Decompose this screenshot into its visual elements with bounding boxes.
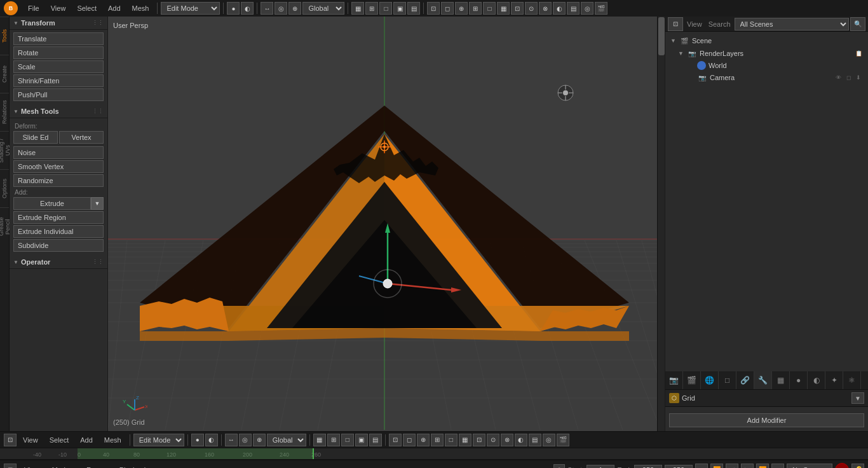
btm-icon18[interactable]: ⊙ xyxy=(487,434,499,446)
right-icon-view[interactable]: ⊡ xyxy=(668,17,683,31)
menu-mesh[interactable]: Mesh xyxy=(127,3,154,13)
skip-start-btn[interactable]: ⏮ xyxy=(695,464,708,469)
btm-toolbar-icon1[interactable]: ⊡ xyxy=(4,434,17,446)
tab-grease-pencil[interactable]: Grease Pencil xyxy=(0,207,9,245)
icon-btn11[interactable]: ▦ xyxy=(497,2,510,15)
object-selector-action[interactable]: ▼ xyxy=(851,392,864,404)
transform-options[interactable]: ⋮⋮ xyxy=(92,20,104,26)
icon-btn2[interactable]: ⊞ xyxy=(365,2,378,15)
tab-data[interactable]: ▦ xyxy=(772,371,790,389)
btm-icon6[interactable]: ▦ xyxy=(313,434,326,446)
menu-add[interactable]: Add xyxy=(103,3,126,13)
tab-shading-uvs[interactable]: Shading / UVs xyxy=(0,131,9,169)
randomize-btn[interactable]: Randomize xyxy=(13,174,104,187)
icon-btn8[interactable]: ⊕ xyxy=(455,2,468,15)
wire-view-btn[interactable]: ◐ xyxy=(241,2,254,15)
renderlayers-expand-icon[interactable]: ▼ xyxy=(678,50,684,57)
icon-btn10[interactable]: □ xyxy=(483,2,496,15)
tab-physics[interactable]: ⚛ xyxy=(843,371,861,389)
all-scenes-select[interactable]: All Scenes xyxy=(735,18,849,31)
btm-icon22[interactable]: ◎ xyxy=(543,434,555,446)
icon-btn14[interactable]: ⊗ xyxy=(539,2,552,15)
icon-btn7[interactable]: ◻ xyxy=(441,2,454,15)
pivot-btn[interactable]: ◎ xyxy=(275,2,287,15)
btm-mesh-menu[interactable]: Mesh xyxy=(99,435,126,445)
btm-icon19[interactable]: ⊗ xyxy=(501,434,513,446)
btm-icon20[interactable]: ◐ xyxy=(515,434,527,446)
icon-btn1[interactable]: ▦ xyxy=(351,2,364,15)
tab-relations[interactable]: Relations xyxy=(0,93,9,131)
btm-global-select[interactable]: Global xyxy=(267,434,306,446)
sync-select[interactable]: No Sync xyxy=(787,464,832,469)
snap-btn[interactable]: ⊕ xyxy=(288,2,301,15)
btm-icon2[interactable]: ◐ xyxy=(205,434,218,446)
shrink-fatten-btn[interactable]: Shrink/Fatten xyxy=(13,74,104,87)
menu-view[interactable]: View xyxy=(46,3,71,13)
btm-icon15[interactable]: □ xyxy=(445,434,458,446)
step-forward-btn[interactable]: ⏩ xyxy=(756,464,769,469)
push-pull-btn[interactable]: Push/Pull xyxy=(13,88,104,101)
icon-btn16[interactable]: ▤ xyxy=(567,2,580,15)
tab-texture[interactable]: ◐ xyxy=(808,371,825,389)
viewport-scrollbar[interactable] xyxy=(657,17,665,431)
tab-scene[interactable]: 🎬 xyxy=(683,371,701,389)
btm-icon13[interactable]: ⊕ xyxy=(417,434,430,446)
btm-icon23[interactable]: 🎬 xyxy=(557,434,569,446)
reverse-play-btn[interactable]: ◀ xyxy=(726,464,738,469)
btm-icon10[interactable]: ▤ xyxy=(369,434,382,446)
tab-render[interactable]: 📷 xyxy=(665,371,683,389)
icon-btn15[interactable]: ◐ xyxy=(553,2,566,15)
btm-icon9[interactable]: ▣ xyxy=(355,434,368,446)
timeline-frame-menu[interactable]: Frame xyxy=(81,465,112,469)
btm-icon21[interactable]: ▤ xyxy=(529,434,541,446)
icon-btn17[interactable]: ◎ xyxy=(581,2,593,15)
icon-btn3[interactable]: □ xyxy=(379,2,392,15)
viewport[interactable]: User Persp xyxy=(108,17,665,431)
menu-select[interactable]: Select xyxy=(72,3,102,13)
transform-btn[interactable]: ↔ xyxy=(261,2,273,15)
mode-select[interactable]: Edit Mode Object Mode xyxy=(161,2,220,15)
operator-section-header[interactable]: ▼ Operator ⋮⋮ xyxy=(10,256,107,269)
transform-orientation[interactable]: Global Local Normal xyxy=(302,2,344,15)
mesh-tools-section-header[interactable]: ▼ Mesh Tools ⋮⋮ xyxy=(10,105,107,118)
btm-select-menu[interactable]: Select xyxy=(44,435,74,445)
timeline-view-icon[interactable]: ⊡ xyxy=(4,464,17,469)
extrude-individual-btn[interactable]: Extrude Individual xyxy=(13,225,104,238)
record-btn[interactable] xyxy=(835,463,849,469)
btm-icon11[interactable]: ⊡ xyxy=(389,434,402,446)
scale-btn[interactable]: Scale xyxy=(13,60,104,73)
timeline-playback-menu[interactable]: Playback xyxy=(114,465,153,469)
btm-add-menu[interactable]: Add xyxy=(75,435,98,445)
operator-options[interactable]: ⋮⋮ xyxy=(92,259,104,265)
tree-item-scene[interactable]: ▼ 🎬 Scene xyxy=(668,34,865,47)
vertex-btn[interactable]: Vertex xyxy=(59,131,104,144)
btm-icon7[interactable]: ⊞ xyxy=(327,434,340,446)
tab-create[interactable]: Create xyxy=(0,55,9,93)
skip-end-btn[interactable]: ⏭ xyxy=(771,464,784,469)
smooth-vertex-btn[interactable]: Smooth Vertex xyxy=(13,160,104,173)
rotate-btn[interactable]: Rotate xyxy=(13,46,104,59)
slide-edge-btn[interactable]: Slide Ed xyxy=(13,131,58,144)
tab-particles[interactable]: ✦ xyxy=(825,371,843,389)
tab-tools[interactable]: Tools xyxy=(0,17,9,55)
tree-item-renderlayers[interactable]: ▼ 📷 RenderLayers 📋 xyxy=(668,47,865,60)
timeline-view-menu[interactable]: View xyxy=(19,465,44,469)
viewport-scrollbar-thumb[interactable] xyxy=(658,17,665,55)
timeline-marker-menu[interactable]: Marker xyxy=(47,465,79,469)
icon-btn6[interactable]: ⊡ xyxy=(427,2,440,15)
translate-btn[interactable]: Translate xyxy=(13,32,104,45)
icon-btn5[interactable]: ▤ xyxy=(407,2,420,15)
subdivide-btn[interactable]: Subdivide xyxy=(13,239,104,252)
extrude-dropdown-btn[interactable]: ▼ xyxy=(91,197,104,210)
btm-icon4[interactable]: ◎ xyxy=(239,434,252,446)
scene-expand-icon[interactable]: ▼ xyxy=(670,38,677,44)
icon-btn4[interactable]: ▣ xyxy=(393,2,406,15)
camera-restrict-btn[interactable]: ◻ xyxy=(844,73,853,82)
mesh-tools-options[interactable]: ⋮⋮ xyxy=(92,108,104,114)
search-btn[interactable]: 🔍 xyxy=(850,17,865,31)
extrude-region-btn[interactable]: Extrude Region xyxy=(13,211,104,224)
btm-mode-select[interactable]: Edit Mode xyxy=(133,434,184,446)
tree-item-world[interactable]: World xyxy=(668,60,865,71)
tab-world[interactable]: 🌐 xyxy=(701,371,719,389)
start-frame-input[interactable] xyxy=(587,465,614,469)
